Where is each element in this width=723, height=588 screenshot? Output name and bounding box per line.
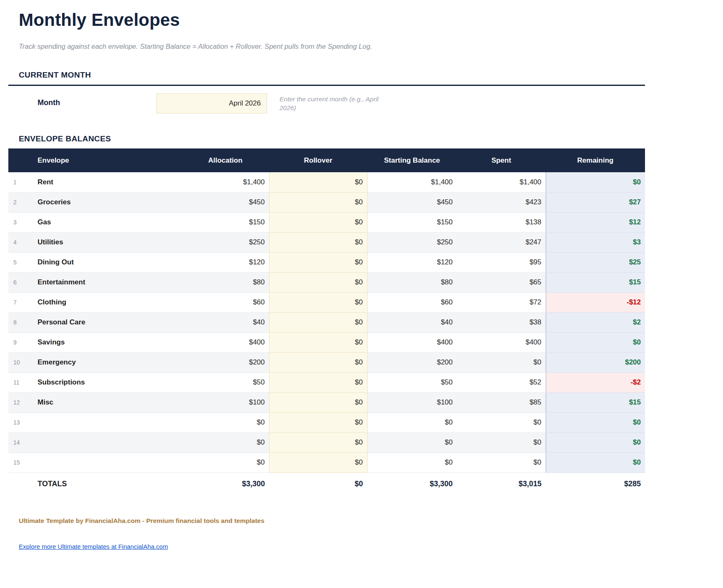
allocation-cell[interactable]: $450 (181, 192, 269, 212)
rollover-input-cell[interactable]: $0 (269, 292, 367, 312)
allocation-cell[interactable]: $0 (181, 452, 269, 472)
allocation-cell[interactable]: $250 (181, 232, 269, 252)
allocation-cell[interactable]: $0 (181, 412, 269, 432)
allocation-cell[interactable]: $50 (181, 372, 269, 392)
starting-balance-cell: $100 (367, 392, 457, 412)
rollover-input-cell[interactable]: $0 (269, 432, 367, 452)
allocation-cell[interactable]: $200 (181, 352, 269, 372)
allocation-cell[interactable]: $80 (181, 272, 269, 292)
allocation-cell[interactable]: $40 (181, 312, 269, 332)
envelope-name-cell[interactable]: Gas (28, 212, 181, 232)
header-rollover: Rollover (269, 148, 367, 172)
spent-cell: $52 (457, 372, 546, 392)
envelope-name-cell[interactable]: Clothing (28, 292, 181, 312)
totals-starting-balance: $3,300 (367, 472, 457, 495)
envelope-name-cell[interactable]: Misc (28, 392, 181, 412)
month-row: Month Enter the current month (e.g., Apr… (8, 93, 645, 114)
rollover-input-cell[interactable]: $0 (269, 272, 367, 292)
envelope-name-cell[interactable]: Personal Care (28, 312, 181, 332)
row-number: 11 (8, 372, 28, 392)
header-starting-balance: Starting Balance (367, 148, 457, 172)
rollover-input-cell[interactable]: $0 (269, 192, 367, 212)
rollover-input-cell[interactable]: $0 (269, 252, 367, 272)
rollover-input-cell[interactable]: $0 (269, 412, 367, 432)
row-number: 1 (8, 172, 28, 192)
remaining-cell: $0 (546, 452, 645, 472)
remaining-cell: $0 (546, 172, 645, 192)
allocation-cell[interactable]: $0 (181, 432, 269, 452)
rollover-input-cell[interactable]: $0 (269, 212, 367, 232)
header-envelope: Envelope (28, 148, 181, 172)
footer-link[interactable]: Explore more Ultimate templates at Finan… (19, 543, 168, 550)
starting-balance-cell: $400 (367, 332, 457, 352)
remaining-cell: $12 (546, 212, 645, 232)
spent-cell: $138 (457, 212, 546, 232)
envelope-name-cell[interactable] (28, 412, 181, 432)
allocation-cell[interactable]: $60 (181, 292, 269, 312)
page-title: Monthly Envelopes (19, 10, 645, 30)
allocation-cell[interactable]: $100 (181, 392, 269, 412)
starting-balance-cell: $1,400 (367, 172, 457, 192)
envelope-name-cell[interactable]: Subscriptions (28, 372, 181, 392)
starting-balance-cell: $200 (367, 352, 457, 372)
allocation-cell[interactable]: $150 (181, 212, 269, 232)
spent-cell: $0 (457, 352, 546, 372)
rollover-input-cell[interactable]: $0 (269, 332, 367, 352)
spent-cell: $1,400 (457, 172, 546, 192)
envelope-name-cell[interactable]: Dining Out (28, 252, 181, 272)
header-row-number (8, 148, 28, 172)
rollover-input-cell[interactable]: $0 (269, 232, 367, 252)
envelope-name-cell[interactable] (28, 432, 181, 452)
spent-cell: $65 (457, 272, 546, 292)
header-remaining: Remaining (546, 148, 645, 172)
row-number: 5 (8, 252, 28, 272)
remaining-cell: -$2 (546, 372, 645, 392)
table-row: 10Emergency$200$0$200$0$200 (8, 352, 645, 372)
starting-balance-cell: $40 (367, 312, 457, 332)
envelope-name-cell[interactable]: Utilities (28, 232, 181, 252)
spent-cell: $38 (457, 312, 546, 332)
rollover-input-cell[interactable]: $0 (269, 392, 367, 412)
starting-balance-cell: $0 (367, 412, 457, 432)
rollover-input-cell[interactable]: $0 (269, 372, 367, 392)
totals-row-number (8, 472, 28, 495)
month-input[interactable] (156, 93, 267, 113)
spent-cell: $0 (457, 432, 546, 452)
row-number: 8 (8, 312, 28, 332)
allocation-cell[interactable]: $120 (181, 252, 269, 272)
envelope-name-cell[interactable]: Emergency (28, 352, 181, 372)
envelope-name-cell[interactable] (28, 452, 181, 472)
row-number: 12 (8, 392, 28, 412)
table-row: 7Clothing$60$0$60$72-$12 (8, 292, 645, 312)
remaining-cell: $0 (546, 432, 645, 452)
section-rule (8, 85, 645, 86)
envelope-name-cell[interactable]: Rent (28, 172, 181, 192)
table-row: 1Rent$1,400$0$1,400$1,400$0 (8, 172, 645, 192)
section-title-current-month: CURRENT MONTH (19, 70, 645, 80)
page-subtitle: Track spending against each envelope. St… (19, 43, 645, 50)
table-row: 11Subscriptions$50$0$50$52-$2 (8, 372, 645, 392)
remaining-cell: $27 (546, 192, 645, 212)
table-row: 8Personal Care$40$0$40$38$2 (8, 312, 645, 332)
rollover-input-cell[interactable]: $0 (269, 312, 367, 332)
table-row: 9Savings$400$0$400$400$0 (8, 332, 645, 352)
row-number: 13 (8, 412, 28, 432)
starting-balance-cell: $50 (367, 372, 457, 392)
envelope-name-cell[interactable]: Entertainment (28, 272, 181, 292)
remaining-cell: $0 (546, 412, 645, 432)
table-body: 1Rent$1,400$0$1,400$1,400$02Groceries$45… (8, 172, 645, 472)
starting-balance-cell: $250 (367, 232, 457, 252)
remaining-cell: $25 (546, 252, 645, 272)
rollover-input-cell[interactable]: $0 (269, 352, 367, 372)
envelope-balances-table: Envelope Allocation Rollover Starting Ba… (8, 148, 645, 495)
allocation-cell[interactable]: $1,400 (181, 172, 269, 192)
totals-rollover: $0 (269, 472, 367, 495)
rollover-input-cell[interactable]: $0 (269, 172, 367, 192)
remaining-cell: $3 (546, 232, 645, 252)
totals-remaining: $285 (546, 472, 645, 495)
row-number: 10 (8, 352, 28, 372)
envelope-name-cell[interactable]: Groceries (28, 192, 181, 212)
rollover-input-cell[interactable]: $0 (269, 452, 367, 472)
envelope-name-cell[interactable]: Savings (28, 332, 181, 352)
allocation-cell[interactable]: $400 (181, 332, 269, 352)
